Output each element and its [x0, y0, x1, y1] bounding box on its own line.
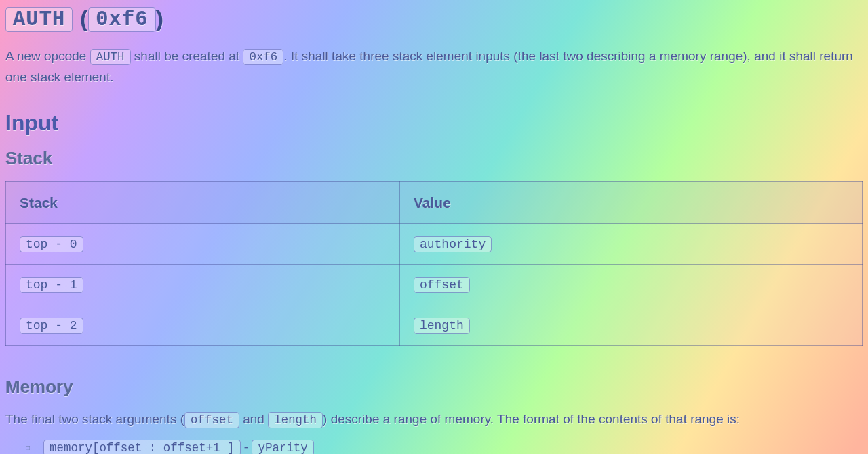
stack-val-code: authority: [414, 236, 492, 252]
stack-val-code: offset: [414, 277, 470, 293]
table-header-stack: Stack: [6, 181, 400, 224]
stack-val-code: length: [414, 318, 470, 334]
memory-heading: Memory: [5, 373, 863, 402]
opcode-hex-code: 0xf6: [88, 7, 155, 32]
inline-code-length: length: [268, 412, 323, 428]
stack-heading: Stack: [5, 145, 863, 173]
table-header-value: Value: [399, 181, 862, 224]
page-title: AUTH (0xf6): [5, 0, 863, 37]
mem-range-code: memory[offset : offset+1 ]: [43, 440, 241, 454]
stack-pos-code: top - 0: [20, 236, 83, 252]
inline-code-auth: AUTH: [90, 49, 131, 65]
paren-open: (: [73, 5, 88, 31]
intro-paragraph: A new opcode AUTH shall be created at 0x…: [5, 46, 863, 88]
table-row: top - 1 offset: [6, 264, 863, 305]
inline-code-hex: 0xf6: [243, 49, 283, 65]
table-row: top - 0 authority: [6, 224, 863, 265]
stack-table: Stack Value top - 0 authority top - 1 of…: [5, 181, 863, 346]
memory-layout-list: memory[offset : offset+1 ] - yParity mem…: [5, 437, 863, 454]
table-row: top - 2 length: [6, 305, 863, 345]
inline-code-offset: offset: [184, 412, 239, 428]
opcode-name-code: AUTH: [5, 7, 73, 32]
stack-pos-code: top - 1: [20, 277, 83, 293]
memory-paragraph: The final two stack arguments (offset an…: [5, 409, 863, 430]
mem-val-code: yParity: [252, 440, 313, 454]
stack-pos-code: top - 2: [20, 318, 83, 334]
list-item: memory[offset : offset+1 ] - yParity: [43, 437, 863, 454]
input-heading: Input: [5, 106, 863, 140]
paren-close: ): [156, 5, 164, 31]
